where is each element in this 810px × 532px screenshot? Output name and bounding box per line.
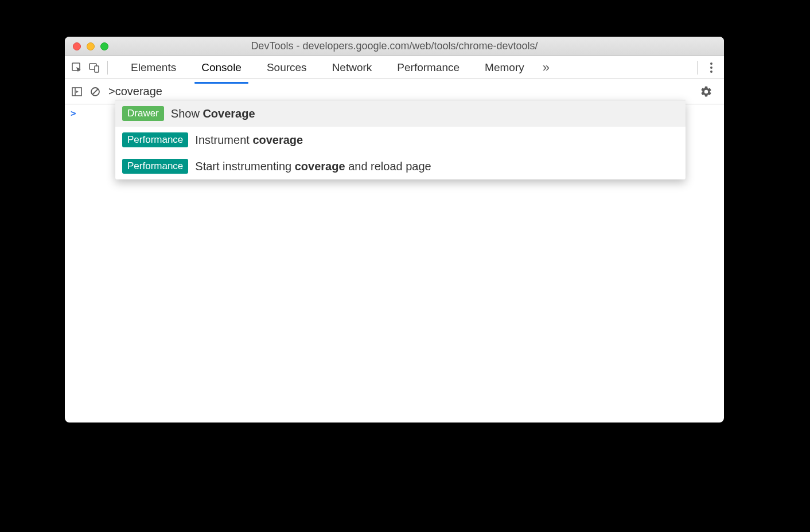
main-toolbar: Elements Console Sources Network Perform… — [65, 56, 724, 79]
device-toolbar-icon[interactable] — [85, 59, 103, 76]
more-options-icon[interactable] — [702, 62, 721, 73]
traffic-lights — [65, 42, 108, 50]
command-menu-dropdown: Drawer Show Coverage Performance Instrum… — [115, 100, 686, 179]
svg-rect-2 — [95, 66, 99, 72]
console-prompt-caret: > — [71, 108, 76, 119]
console-settings-icon[interactable] — [692, 85, 721, 98]
clear-console-icon[interactable] — [87, 83, 104, 100]
titlebar: DevTools - developers.google.com/web/too… — [65, 37, 724, 56]
command-menu-item[interactable]: Performance Instrument coverage — [115, 127, 686, 153]
tab-network[interactable]: Network — [320, 57, 385, 79]
command-menu-item[interactable]: Performance Start instrumenting coverage… — [115, 153, 686, 179]
window-title: DevTools - developers.google.com/web/too… — [65, 40, 724, 52]
tab-performance[interactable]: Performance — [384, 57, 472, 79]
devtools-window: DevTools - developers.google.com/web/too… — [65, 37, 724, 423]
badge-performance: Performance — [122, 132, 188, 147]
command-menu-item-label: Start instrumenting coverage and reload … — [195, 160, 431, 173]
close-window-button[interactable] — [73, 42, 81, 50]
command-menu-item-label: Show Coverage — [171, 107, 255, 120]
tab-elements[interactable]: Elements — [118, 57, 189, 79]
badge-drawer: Drawer — [122, 106, 164, 121]
zoom-window-button[interactable] — [100, 42, 108, 50]
panel-tabs: Elements Console Sources Network Perform… — [118, 57, 692, 79]
tab-console[interactable]: Console — [189, 57, 254, 79]
command-menu-input[interactable]: >coverage — [106, 85, 162, 98]
divider — [107, 61, 108, 75]
command-menu-item[interactable]: Drawer Show Coverage — [115, 100, 686, 127]
inspect-element-icon[interactable] — [68, 59, 85, 76]
overflow-tabs-icon[interactable]: » — [537, 60, 555, 75]
divider — [697, 61, 698, 75]
tab-sources[interactable]: Sources — [254, 57, 320, 79]
console-sidebar-toggle-icon[interactable] — [68, 83, 85, 100]
minimize-window-button[interactable] — [87, 42, 95, 50]
command-menu-item-label: Instrument coverage — [195, 134, 303, 147]
tab-memory[interactable]: Memory — [472, 57, 537, 79]
badge-performance: Performance — [122, 159, 188, 174]
